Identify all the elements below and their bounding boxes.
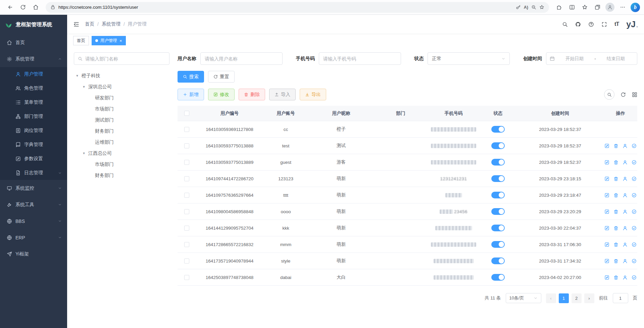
column-settings-button[interactable] bbox=[632, 92, 637, 97]
row-delete-button[interactable] bbox=[613, 193, 618, 198]
status-toggle[interactable] bbox=[491, 159, 505, 166]
row-reset-password-button[interactable] bbox=[623, 275, 628, 280]
row-edit-button[interactable] bbox=[604, 193, 609, 198]
row-checkbox[interactable] bbox=[184, 226, 189, 231]
status-toggle[interactable] bbox=[491, 241, 505, 248]
status-toggle[interactable] bbox=[491, 175, 505, 182]
row-delete-button[interactable] bbox=[613, 259, 618, 264]
collections-icon[interactable] bbox=[591, 2, 603, 13]
phone-input[interactable] bbox=[319, 52, 401, 65]
sidebar-menu-item[interactable]: 系统管理 bbox=[0, 51, 67, 67]
fold-sidebar-button[interactable] bbox=[73, 21, 80, 28]
breadcrumb-home[interactable]: 首页 bbox=[85, 21, 94, 27]
tree-node[interactable]: 市场部门 bbox=[74, 159, 169, 170]
page-button-1[interactable]: 1 bbox=[559, 293, 569, 303]
zoom-icon[interactable] bbox=[531, 5, 536, 10]
row-checkbox[interactable] bbox=[184, 160, 189, 165]
status-toggle[interactable] bbox=[491, 274, 505, 281]
row-edit-button[interactable] bbox=[604, 143, 609, 148]
row-assign-role-button[interactable] bbox=[632, 226, 637, 231]
github-icon[interactable] bbox=[575, 21, 581, 27]
page-size-select[interactable]: 10条/页 bbox=[506, 293, 541, 303]
favorites-icon[interactable] bbox=[579, 2, 591, 13]
row-assign-role-button[interactable] bbox=[632, 160, 637, 165]
sidebar-menu-item[interactable]: 角色管理 bbox=[0, 81, 67, 95]
sidebar-menu-item[interactable]: Yi框架 bbox=[0, 246, 67, 262]
sidebar-menu-item[interactable]: ERP bbox=[0, 229, 67, 246]
address-bar[interactable]: https://ccnetcore.com:1101/system/user A… bbox=[46, 2, 549, 13]
edit-button[interactable]: 修改 bbox=[208, 89, 235, 100]
row-reset-password-button[interactable] bbox=[623, 226, 628, 231]
sidebar-menu-item[interactable]: 菜单管理 bbox=[0, 95, 67, 109]
tree-node[interactable]: 财务部门 bbox=[74, 170, 169, 181]
goto-page-input[interactable] bbox=[613, 293, 628, 303]
row-delete-button[interactable] bbox=[613, 275, 618, 280]
more-menu-icon[interactable] bbox=[616, 2, 629, 13]
status-toggle[interactable] bbox=[491, 257, 505, 264]
add-button[interactable]: 新增 bbox=[178, 89, 204, 100]
status-toggle[interactable] bbox=[491, 126, 505, 133]
url-text[interactable]: https://ccnetcore.com:1101/system/user bbox=[58, 5, 513, 10]
row-checkbox[interactable] bbox=[184, 143, 189, 148]
row-delete-button[interactable] bbox=[613, 143, 618, 148]
row-edit-button[interactable] bbox=[604, 176, 609, 181]
row-checkbox[interactable] bbox=[184, 242, 189, 247]
row-delete-button[interactable] bbox=[613, 226, 618, 231]
row-checkbox[interactable] bbox=[184, 259, 189, 264]
row-assign-role-button[interactable] bbox=[632, 176, 637, 181]
sidebar-menu-item[interactable]: 系统工具 bbox=[0, 196, 67, 213]
tab-close-icon[interactable]: × bbox=[119, 38, 122, 43]
row-edit-button[interactable] bbox=[604, 275, 609, 280]
tree-node[interactable]: 市场部门 bbox=[74, 103, 169, 114]
sidebar-menu-item[interactable]: 岗位管理 bbox=[0, 124, 67, 138]
tab-home[interactable]: 首页 bbox=[73, 36, 89, 45]
sidebar-menu-item[interactable]: 用户管理 bbox=[0, 67, 67, 81]
row-reset-password-button[interactable] bbox=[623, 160, 628, 165]
row-assign-role-button[interactable] bbox=[632, 193, 637, 198]
tree-node[interactable]: ▾ 橙子科技 bbox=[74, 70, 169, 81]
split-screen-icon[interactable] bbox=[566, 2, 578, 13]
date-range-picker[interactable]: 开始日期 - 结束日期 bbox=[546, 52, 637, 65]
row-delete-button[interactable] bbox=[613, 176, 618, 181]
delete-button[interactable]: 删除 bbox=[239, 89, 265, 100]
row-assign-role-button[interactable] bbox=[632, 275, 637, 280]
row-assign-role-button[interactable] bbox=[632, 209, 637, 214]
toggle-search-button[interactable] bbox=[604, 89, 614, 100]
refresh-table-button[interactable] bbox=[621, 92, 626, 97]
select-all-checkbox[interactable] bbox=[184, 111, 189, 116]
sidebar-menu-item[interactable]: 参数设置 bbox=[0, 152, 67, 166]
row-reset-password-button[interactable] bbox=[623, 242, 628, 247]
extensions-icon[interactable] bbox=[553, 2, 565, 13]
next-page-button[interactable]: › bbox=[584, 293, 594, 303]
row-assign-role-button[interactable] bbox=[632, 143, 637, 148]
row-edit-button[interactable] bbox=[604, 242, 609, 247]
bing-copilot-icon[interactable]: b bbox=[631, 3, 640, 12]
reload-button[interactable] bbox=[17, 2, 29, 13]
row-assign-role-button[interactable] bbox=[632, 259, 637, 264]
sidebar-menu-item[interactable]: 首页 bbox=[0, 34, 67, 51]
status-select[interactable]: 正常 bbox=[428, 52, 510, 65]
sidebar-menu-item[interactable]: 系统监控 bbox=[0, 180, 67, 196]
font-size-icon[interactable]: tT bbox=[614, 21, 619, 27]
tree-node[interactable]: 研发部门 bbox=[74, 92, 169, 103]
profile-avatar[interactable] bbox=[605, 3, 614, 12]
row-edit-button[interactable] bbox=[604, 209, 609, 214]
tree-node[interactable]: 财务部门 bbox=[74, 126, 169, 137]
export-button[interactable]: 导出 bbox=[300, 89, 326, 100]
read-aloud-icon[interactable]: A) bbox=[524, 5, 528, 10]
row-reset-password-button[interactable] bbox=[623, 259, 628, 264]
row-checkbox[interactable] bbox=[184, 127, 189, 132]
sidebar-menu-item[interactable]: BBS bbox=[0, 213, 67, 229]
dept-search-input[interactable] bbox=[85, 56, 165, 61]
tree-node[interactable]: ▾ 江西总公司 bbox=[74, 148, 169, 159]
sidebar-menu-item[interactable]: 日志管理 bbox=[0, 166, 67, 180]
back-button[interactable] bbox=[4, 2, 16, 13]
status-toggle[interactable] bbox=[491, 142, 505, 149]
fullscreen-icon[interactable] bbox=[601, 21, 607, 27]
status-toggle[interactable] bbox=[491, 192, 505, 198]
import-button[interactable]: 导入 bbox=[269, 89, 296, 100]
breadcrumb-system[interactable]: 系统管理 bbox=[102, 21, 120, 27]
help-icon[interactable] bbox=[588, 21, 594, 27]
status-toggle[interactable] bbox=[491, 208, 505, 215]
favorite-star-icon[interactable] bbox=[539, 5, 544, 10]
